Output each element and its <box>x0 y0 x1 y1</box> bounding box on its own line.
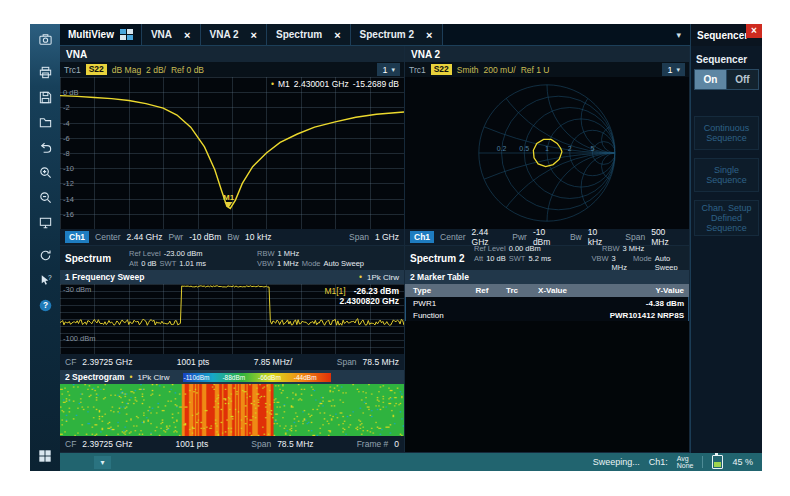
pwr-value: -10 dBm <box>189 232 221 242</box>
zoom-in-icon[interactable] <box>33 161 57 184</box>
zoom-out-icon[interactable] <box>33 186 57 209</box>
printer-icon[interactable] <box>33 61 57 84</box>
span-value: 78.5 MHz <box>277 439 313 449</box>
channel-badge[interactable]: Ch1 <box>410 231 434 243</box>
vna-trace-chart[interactable]: 0 dB -2 -4 -6 -8 -10 -12 -14 -16 M1 <box>60 77 404 229</box>
cf-label: CF <box>65 439 76 449</box>
spectrogram-canvas <box>60 384 404 436</box>
chan-setup-defined-sequence-button[interactable]: Chan. Setup Defined Sequence <box>694 200 759 236</box>
cell-type: PWR1 <box>405 299 467 308</box>
spectrogram-color-legend: -110dBm -88dBm -66dBm -44dBm <box>183 373 331 382</box>
marker-level: -26.23 dBm <box>354 286 399 296</box>
tab-multiview[interactable]: MultiView <box>60 24 142 45</box>
spectrogram-display[interactable] <box>60 384 404 436</box>
trace-param-badge[interactable]: S22 <box>86 64 107 75</box>
channel-badge[interactable]: Ch1 <box>65 231 89 243</box>
pwr-value: -10 dBm <box>533 227 564 246</box>
mode-label: Mode <box>302 259 321 268</box>
mode-value: Auto Sweep <box>324 259 364 268</box>
screenshot-page: ? ? MultiView VNA × VNA 2 × <box>0 0 790 496</box>
spectrum-window-title[interactable]: Spectrum <box>60 246 129 270</box>
trace-dot-icon: • <box>130 372 133 382</box>
vbw-label: VBW <box>257 259 274 268</box>
spectrum2-window-title[interactable]: Spectrum 2 <box>405 246 474 270</box>
continuous-sequence-button[interactable]: Continuous Sequence <box>694 116 759 150</box>
rbw-label: RBW <box>257 249 275 258</box>
marker-table-titlebar[interactable]: 2 Marker Table <box>405 270 689 284</box>
window-number-selector[interactable]: 1 ▾ <box>662 63 685 76</box>
subwindow-title: 1 Frequency Sweep <box>65 272 144 282</box>
trace-dot-icon: • <box>359 272 362 282</box>
selector-value: 1 <box>667 65 672 75</box>
rbw-label: RBW <box>602 246 620 253</box>
spectrum-sweep-chart[interactable]: -30 dBm -100 dBm M1[1]-26.23 dBm 2.43008… <box>60 284 404 354</box>
span-label: Span <box>251 439 271 449</box>
tab-label: VNA 2 <box>210 29 239 40</box>
save-icon[interactable] <box>33 86 57 109</box>
ref-level-label: Ref Level <box>129 249 161 258</box>
close-icon[interactable]: × <box>334 29 340 41</box>
spectrum-settings: Ref Level-23.00 dBm RBW1 MHz Att0 dBSWT1… <box>129 246 404 270</box>
multiview-grid-icon <box>120 29 133 40</box>
spectrum-footer-1: CF 2.39725 GHz 1001 pts 7.85 MHz/ Span 7… <box>60 354 404 370</box>
swt-label: SWT <box>160 259 177 268</box>
trace-scale: 200 mU/ <box>484 65 516 75</box>
spectrogram-titlebar[interactable]: 2 Spectrogram • 1Pk Clrw -110dBm -88dBm … <box>60 370 404 384</box>
sequencer-off-button[interactable]: Off <box>726 70 758 89</box>
window-number-selector[interactable]: 1 ▾ <box>377 63 400 76</box>
smith-axis-label: 0.2 <box>497 145 507 152</box>
table-row[interactable]: Function PWR101412 NRP8S <box>405 309 689 321</box>
tab-vna[interactable]: VNA × <box>142 24 201 45</box>
marker-frequency: 2.4300820 GHz <box>339 296 399 306</box>
display-icon[interactable] <box>33 211 57 234</box>
close-icon[interactable]: × <box>746 24 762 38</box>
undo-icon[interactable] <box>33 136 57 159</box>
windows-icon[interactable] <box>33 444 57 467</box>
marker-y-value: -15.2689 dB <box>353 79 399 89</box>
channel-tab-bar: MultiView VNA × VNA 2 × Spectrum × Spect… <box>60 24 690 46</box>
chevron-down-icon[interactable]: ▾ <box>667 30 690 40</box>
table-row[interactable]: PWR1 -4.38 dBm <box>405 297 689 309</box>
att-value: 0 dB <box>141 259 156 268</box>
swt-value: 1.01 ms <box>179 259 206 268</box>
marker-name: M1[1] <box>324 286 345 296</box>
pointer-help-icon[interactable]: ? <box>33 269 57 292</box>
vna2-window-title[interactable]: VNA 2 <box>405 46 689 62</box>
tab-label: Spectrum 2 <box>360 29 414 40</box>
sequencer-on-button[interactable]: On <box>695 70 726 89</box>
help-icon[interactable]: ? <box>33 294 57 317</box>
open-folder-icon[interactable] <box>33 111 57 134</box>
frame-label: Frame # <box>357 439 389 449</box>
avg-label: Avg <box>677 455 694 462</box>
tab-vna2[interactable]: VNA 2 × <box>201 24 268 45</box>
refresh-icon[interactable] <box>33 244 57 267</box>
vna-window-title[interactable]: VNA <box>60 46 404 62</box>
single-sequence-button[interactable]: Single Sequence <box>694 158 759 192</box>
marker-label: M1 <box>223 193 234 202</box>
marker-name: M1 <box>278 79 290 89</box>
column-header-type: Type <box>405 286 467 295</box>
spectrum-window: Spectrum Ref Level-23.00 dBm RBW1 MHz At… <box>60 246 405 453</box>
cell-y-value: -4.38 dBm <box>578 299 689 308</box>
frequency-sweep-titlebar[interactable]: 1 Frequency Sweep • 1Pk Clrw <box>60 270 404 284</box>
smith-axis-label: 1 <box>545 145 549 152</box>
marker-m1[interactable]: M1 <box>223 193 234 208</box>
close-icon[interactable]: × <box>251 29 257 41</box>
chevron-down-icon[interactable]: ▾ <box>94 456 111 469</box>
points-value: 1001 pts <box>176 439 209 449</box>
tab-spectrum2[interactable]: Spectrum 2 × <box>351 24 443 45</box>
trace-param-badge[interactable]: S22 <box>431 64 452 75</box>
sequencer-sidebar: Sequencer × Sequencer On Off Continuous … <box>690 24 762 453</box>
tab-spectrum[interactable]: Spectrum × <box>267 24 351 45</box>
spectrum-marker-readout: M1[1]-26.23 dBm 2.4300820 GHz <box>324 286 399 306</box>
vna2-smith-chart[interactable]: 0.2 0.5 1 2 5 <box>405 77 689 229</box>
span-label: Span <box>337 357 357 367</box>
pwr-label: Pwr <box>512 232 527 242</box>
center-value: 2.44 GHz <box>472 227 507 246</box>
svg-text:?: ? <box>47 274 51 281</box>
close-icon[interactable]: × <box>184 29 190 41</box>
column-header-trc: Trc <box>497 286 527 295</box>
camera-icon[interactable] <box>33 28 57 51</box>
subwindow-title: 2 Spectrogram <box>65 372 125 382</box>
close-icon[interactable]: × <box>426 29 432 41</box>
